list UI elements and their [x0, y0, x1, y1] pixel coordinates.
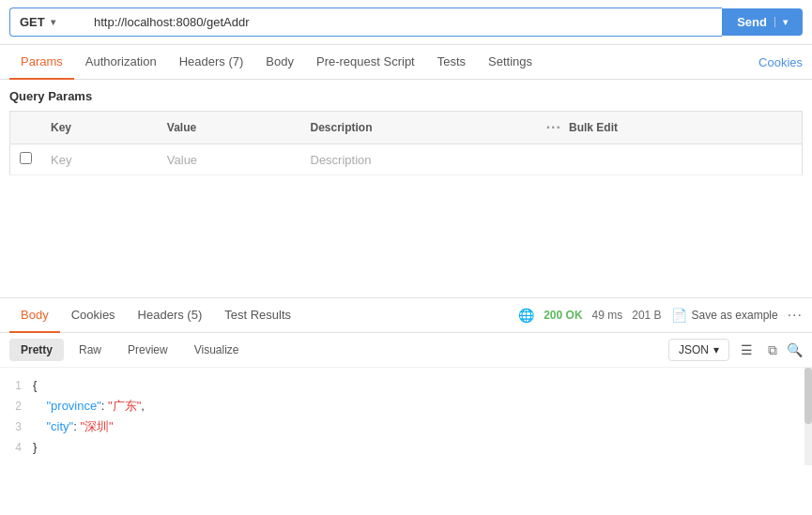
code-area: 1 { 2 "province": "广东", 3 "city": "深圳" 4…: [0, 368, 812, 465]
line-content-2: "province": "广东",: [33, 396, 812, 417]
response-tab-body[interactable]: Body: [9, 298, 60, 333]
scrollbar-thumb[interactable]: [804, 368, 812, 424]
params-table: Key Value Description ··· Bulk Edit Key …: [9, 111, 803, 175]
json-format-label: JSON: [679, 343, 709, 356]
tab-params[interactable]: Params: [9, 45, 74, 80]
table-row: Key Value Description: [10, 144, 803, 175]
filter-icon[interactable]: ☰: [741, 342, 753, 357]
response-tab-headers[interactable]: Headers (5): [127, 298, 214, 333]
method-label: GET: [20, 15, 45, 29]
tab-pre-request-script[interactable]: Pre-request Script: [305, 45, 426, 80]
line-num-2: 2: [0, 396, 33, 417]
url-input[interactable]: [84, 8, 722, 37]
format-tab-pretty[interactable]: Pretty: [9, 339, 64, 361]
scrollbar-track[interactable]: [804, 368, 812, 465]
line-num-4: 4: [0, 437, 33, 458]
more-options-button[interactable]: ···: [788, 307, 803, 324]
format-tab-preview[interactable]: Preview: [116, 339, 179, 361]
row-checkbox[interactable]: [20, 152, 32, 164]
col-checkbox: [10, 112, 42, 144]
key-cell[interactable]: Key: [41, 144, 158, 175]
globe-icon: 🌐: [518, 308, 534, 323]
status-badge: 200 OK: [544, 309, 582, 322]
copy-icon[interactable]: ⧉: [768, 342, 777, 358]
url-bar: GET ▾ Send ▾: [0, 0, 812, 45]
col-key: Key: [41, 112, 158, 144]
tab-tests[interactable]: Tests: [426, 45, 477, 80]
line-content-4: }: [33, 437, 812, 458]
tab-headers[interactable]: Headers (7): [168, 45, 255, 80]
format-bar: Pretty Raw Preview Visualize JSON ▾ ☰ ⧉ …: [0, 333, 812, 368]
bulk-dots: ···: [546, 119, 561, 136]
json-format-select[interactable]: JSON ▾: [668, 339, 729, 361]
response-size: 201 B: [632, 309, 661, 322]
code-line-3: 3 "city": "深圳": [0, 417, 812, 437]
method-chevron: ▾: [51, 17, 55, 27]
value-cell[interactable]: Value: [158, 144, 301, 175]
format-tab-visualize[interactable]: Visualize: [183, 339, 251, 361]
line-content-1: {: [33, 375, 812, 396]
bulk-edit-label: Bulk Edit: [569, 121, 618, 134]
response-meta: 🌐 200 OK 49 ms 201 B 📄 Save as example ·…: [518, 307, 803, 324]
code-line-2: 2 "province": "广东",: [0, 396, 812, 417]
query-params-title: Query Params: [9, 89, 803, 103]
tab-settings[interactable]: Settings: [477, 45, 544, 80]
save-icon: 📄: [671, 308, 687, 323]
response-tab-test-results[interactable]: Test Results: [213, 298, 302, 333]
send-button[interactable]: Send ▾: [722, 8, 803, 36]
empty-space: [0, 175, 812, 297]
code-line-4: 4 }: [0, 437, 812, 458]
description-cell[interactable]: Description: [301, 144, 537, 175]
format-tab-raw[interactable]: Raw: [68, 339, 113, 361]
row-checkbox-cell[interactable]: [10, 144, 42, 175]
search-icon[interactable]: 🔍: [787, 342, 803, 357]
tab-body[interactable]: Body: [254, 45, 305, 80]
response-tab-cookies[interactable]: Cookies: [60, 298, 127, 333]
line-num-3: 3: [0, 417, 33, 437]
line-num-1: 1: [0, 375, 33, 396]
col-description: Description: [301, 112, 537, 144]
col-bulk-edit: ··· Bulk Edit: [537, 112, 803, 144]
code-line-1: 1 {: [0, 375, 812, 396]
response-time: 49 ms: [592, 309, 623, 322]
save-example-label: Save as example: [692, 309, 778, 322]
query-params-section: Query Params Key Value Description ··· B…: [0, 80, 812, 175]
send-label: Send: [737, 15, 767, 29]
line-content-3: "city": "深圳": [33, 417, 812, 437]
save-example-button[interactable]: 📄 Save as example: [671, 308, 778, 323]
method-select[interactable]: GET ▾: [9, 8, 84, 37]
json-chevron-icon: ▾: [713, 343, 719, 356]
cookies-link[interactable]: Cookies: [758, 55, 803, 69]
send-chevron: ▾: [774, 17, 788, 27]
tab-authorization[interactable]: Authorization: [74, 45, 168, 80]
response-tabs-bar: Body Cookies Headers (5) Test Results 🌐 …: [0, 297, 812, 333]
request-tabs-bar: Params Authorization Headers (7) Body Pr…: [0, 45, 812, 80]
col-value: Value: [158, 112, 301, 144]
